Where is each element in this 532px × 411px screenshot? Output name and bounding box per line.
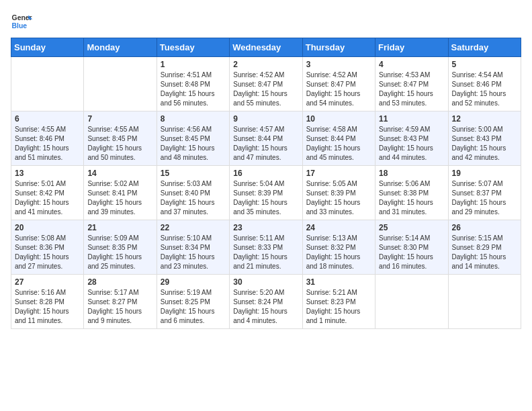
day-number: 25	[379, 223, 444, 232]
calendar-cell: 31Sunrise: 5:21 AM Sunset: 8:23 PM Dayli…	[302, 275, 375, 329]
day-info: Sunrise: 5:15 AM Sunset: 8:29 PM Dayligh…	[452, 234, 517, 271]
calendar-cell	[448, 275, 521, 329]
day-number: 18	[379, 169, 444, 178]
day-number: 12	[452, 114, 517, 124]
calendar-cell: 1Sunrise: 4:51 AM Sunset: 8:48 PM Daylig…	[157, 57, 229, 111]
day-number: 4	[379, 60, 444, 69]
svg-text:Blue: Blue	[12, 22, 28, 30]
calendar-cell	[375, 275, 448, 329]
weekday-header-sunday: Sunday	[11, 38, 84, 57]
day-info: Sunrise: 5:09 AM Sunset: 8:35 PM Dayligh…	[87, 234, 152, 271]
day-number: 2	[233, 60, 298, 69]
day-number: 31	[306, 277, 371, 287]
calendar-cell: 26Sunrise: 5:15 AM Sunset: 8:29 PM Dayli…	[448, 220, 521, 275]
day-number: 27	[15, 277, 80, 287]
day-info: Sunrise: 5:19 AM Sunset: 8:25 PM Dayligh…	[161, 288, 226, 326]
calendar-cell: 28Sunrise: 5:17 AM Sunset: 8:27 PM Dayli…	[84, 275, 157, 329]
day-number: 3	[306, 60, 371, 69]
day-info: Sunrise: 5:07 AM Sunset: 8:37 PM Dayligh…	[452, 179, 517, 217]
calendar-cell: 8Sunrise: 4:56 AM Sunset: 8:45 PM Daylig…	[157, 111, 229, 166]
day-info: Sunrise: 5:10 AM Sunset: 8:34 PM Dayligh…	[161, 234, 226, 271]
day-info: Sunrise: 4:59 AM Sunset: 8:43 PM Dayligh…	[379, 125, 444, 163]
calendar-cell: 27Sunrise: 5:16 AM Sunset: 8:28 PM Dayli…	[11, 275, 84, 329]
day-info: Sunrise: 4:51 AM Sunset: 8:48 PM Dayligh…	[161, 71, 226, 108]
day-number: 14	[87, 169, 152, 178]
day-number: 26	[452, 223, 517, 232]
calendar-cell: 12Sunrise: 5:00 AM Sunset: 8:43 PM Dayli…	[448, 111, 521, 166]
day-number: 22	[161, 223, 226, 232]
logo-icon: General Blue	[11, 11, 32, 32]
calendar-cell: 4Sunrise: 4:53 AM Sunset: 8:47 PM Daylig…	[375, 57, 448, 111]
day-info: Sunrise: 5:17 AM Sunset: 8:27 PM Dayligh…	[87, 288, 152, 326]
day-number: 29	[161, 277, 226, 287]
calendar-cell: 24Sunrise: 5:13 AM Sunset: 8:32 PM Dayli…	[302, 220, 375, 275]
day-number: 10	[306, 114, 371, 124]
calendar-cell: 25Sunrise: 5:14 AM Sunset: 8:30 PM Dayli…	[375, 220, 448, 275]
calendar-cell: 22Sunrise: 5:10 AM Sunset: 8:34 PM Dayli…	[157, 220, 229, 275]
day-number: 8	[161, 114, 226, 124]
day-info: Sunrise: 5:05 AM Sunset: 8:39 PM Dayligh…	[306, 179, 371, 217]
day-info: Sunrise: 5:11 AM Sunset: 8:33 PM Dayligh…	[233, 234, 298, 271]
day-info: Sunrise: 5:21 AM Sunset: 8:23 PM Dayligh…	[306, 288, 371, 326]
day-info: Sunrise: 5:08 AM Sunset: 8:36 PM Dayligh…	[15, 234, 80, 271]
calendar-cell: 6Sunrise: 4:55 AM Sunset: 8:46 PM Daylig…	[11, 111, 84, 166]
day-info: Sunrise: 4:52 AM Sunset: 8:47 PM Dayligh…	[233, 71, 298, 108]
calendar-cell: 21Sunrise: 5:09 AM Sunset: 8:35 PM Dayli…	[84, 220, 157, 275]
day-number: 13	[15, 169, 80, 178]
logo: General Blue	[11, 11, 32, 32]
calendar-table: SundayMondayTuesdayWednesdayThursdayFrid…	[11, 38, 521, 329]
calendar-cell: 7Sunrise: 4:55 AM Sunset: 8:45 PM Daylig…	[84, 111, 157, 166]
day-info: Sunrise: 4:55 AM Sunset: 8:46 PM Dayligh…	[15, 125, 80, 163]
day-number: 11	[379, 114, 444, 124]
weekday-header-friday: Friday	[375, 38, 448, 57]
calendar-cell: 13Sunrise: 5:01 AM Sunset: 8:42 PM Dayli…	[11, 166, 84, 220]
day-info: Sunrise: 5:16 AM Sunset: 8:28 PM Dayligh…	[15, 288, 80, 326]
weekday-header-monday: Monday	[84, 38, 157, 57]
calendar-cell: 2Sunrise: 4:52 AM Sunset: 8:47 PM Daylig…	[230, 57, 302, 111]
weekday-header-saturday: Saturday	[448, 38, 521, 57]
day-number: 5	[452, 60, 517, 69]
calendar-cell: 20Sunrise: 5:08 AM Sunset: 8:36 PM Dayli…	[11, 220, 84, 275]
day-info: Sunrise: 4:53 AM Sunset: 8:47 PM Dayligh…	[379, 71, 444, 108]
calendar-week-row: 13Sunrise: 5:01 AM Sunset: 8:42 PM Dayli…	[11, 166, 521, 220]
weekday-header-thursday: Thursday	[302, 38, 375, 57]
day-info: Sunrise: 5:14 AM Sunset: 8:30 PM Dayligh…	[379, 234, 444, 271]
calendar-cell: 23Sunrise: 5:11 AM Sunset: 8:33 PM Dayli…	[230, 220, 302, 275]
weekday-header-wednesday: Wednesday	[230, 38, 302, 57]
calendar-cell	[11, 57, 84, 111]
day-info: Sunrise: 4:52 AM Sunset: 8:47 PM Dayligh…	[306, 71, 371, 108]
calendar-cell: 10Sunrise: 4:58 AM Sunset: 8:44 PM Dayli…	[302, 111, 375, 166]
day-number: 20	[15, 223, 80, 232]
day-number: 9	[233, 114, 298, 124]
day-info: Sunrise: 5:06 AM Sunset: 8:38 PM Dayligh…	[379, 179, 444, 217]
day-number: 30	[233, 277, 298, 287]
day-number: 16	[233, 169, 298, 178]
day-info: Sunrise: 4:54 AM Sunset: 8:46 PM Dayligh…	[452, 71, 517, 108]
calendar-week-row: 20Sunrise: 5:08 AM Sunset: 8:36 PM Dayli…	[11, 220, 521, 275]
day-info: Sunrise: 5:20 AM Sunset: 8:24 PM Dayligh…	[233, 288, 298, 326]
calendar-cell: 30Sunrise: 5:20 AM Sunset: 8:24 PM Dayli…	[230, 275, 302, 329]
day-number: 23	[233, 223, 298, 232]
day-info: Sunrise: 4:57 AM Sunset: 8:44 PM Dayligh…	[233, 125, 298, 163]
day-number: 15	[161, 169, 226, 178]
day-number: 17	[306, 169, 371, 178]
day-number: 28	[87, 277, 152, 287]
calendar-cell: 9Sunrise: 4:57 AM Sunset: 8:44 PM Daylig…	[230, 111, 302, 166]
calendar-cell: 15Sunrise: 5:03 AM Sunset: 8:40 PM Dayli…	[157, 166, 229, 220]
calendar-week-row: 1Sunrise: 4:51 AM Sunset: 8:48 PM Daylig…	[11, 57, 521, 111]
calendar-cell: 18Sunrise: 5:06 AM Sunset: 8:38 PM Dayli…	[375, 166, 448, 220]
calendar-cell: 14Sunrise: 5:02 AM Sunset: 8:41 PM Dayli…	[84, 166, 157, 220]
day-info: Sunrise: 5:04 AM Sunset: 8:39 PM Dayligh…	[233, 179, 298, 217]
calendar-cell: 29Sunrise: 5:19 AM Sunset: 8:25 PM Dayli…	[157, 275, 229, 329]
day-info: Sunrise: 5:02 AM Sunset: 8:41 PM Dayligh…	[87, 179, 152, 217]
calendar-week-row: 27Sunrise: 5:16 AM Sunset: 8:28 PM Dayli…	[11, 275, 521, 329]
calendar-cell: 3Sunrise: 4:52 AM Sunset: 8:47 PM Daylig…	[302, 57, 375, 111]
day-info: Sunrise: 4:56 AM Sunset: 8:45 PM Dayligh…	[161, 125, 226, 163]
day-number: 19	[452, 169, 517, 178]
day-number: 1	[161, 60, 226, 69]
calendar-cell	[84, 57, 157, 111]
calendar-header-row: SundayMondayTuesdayWednesdayThursdayFrid…	[11, 38, 521, 57]
calendar-cell: 5Sunrise: 4:54 AM Sunset: 8:46 PM Daylig…	[448, 57, 521, 111]
day-number: 7	[87, 114, 152, 124]
day-number: 24	[306, 223, 371, 232]
